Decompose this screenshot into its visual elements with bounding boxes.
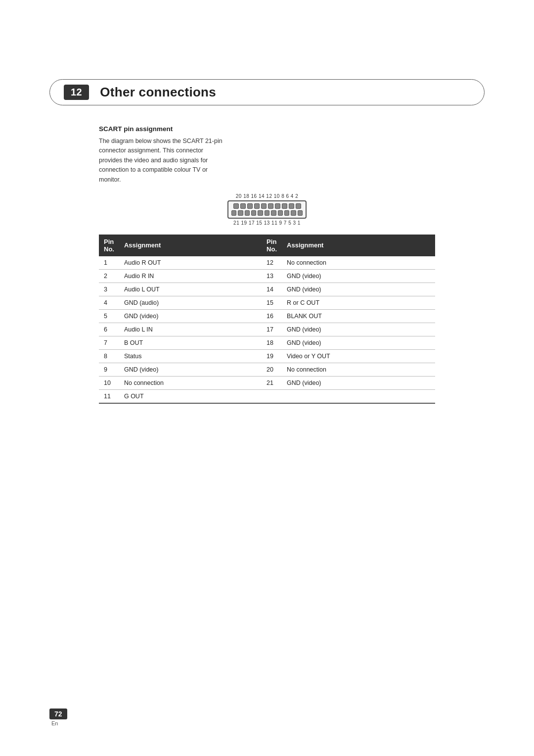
pin-num-left: 7 <box>99 336 119 349</box>
section-description: The diagram below shows the SCART 21-pin… <box>99 137 227 185</box>
table-row: 9GND (video)20No connection <box>99 363 435 376</box>
assignment-left: Audio R IN <box>119 269 262 283</box>
scart-connector <box>227 200 307 219</box>
scart-pin <box>275 203 280 209</box>
assignment-left: B OUT <box>119 336 262 349</box>
table-row: 5GND (video)16BLANK OUT <box>99 309 435 323</box>
pin-table: PinNo. Assignment PinNo. Assignment 1Aud… <box>99 235 435 404</box>
scart-pin <box>258 210 263 216</box>
scart-pin <box>282 203 287 209</box>
pin-num-left: 3 <box>99 283 119 296</box>
assignment-right: GND (video) <box>282 283 435 296</box>
table-row: 6Audio L IN17GND (video) <box>99 323 435 336</box>
pin-num-right: 20 <box>262 363 282 376</box>
assignment-right <box>282 389 435 403</box>
scart-pin <box>254 203 260 209</box>
scart-pin <box>261 203 267 209</box>
pin-num-left: 6 <box>99 323 119 336</box>
pin-num-left: 2 <box>99 269 119 283</box>
scart-top-row <box>231 203 303 209</box>
pin-num-right: 19 <box>262 349 282 363</box>
pin-num-left: 10 <box>99 376 119 389</box>
page-language: En <box>51 720 58 726</box>
pin-num-right: 13 <box>262 269 282 283</box>
col-assign1: Assignment <box>119 235 262 256</box>
scart-top-labels: 20 18 16 14 12 10 8 6 4 2 <box>236 193 299 199</box>
page-number: 72 <box>49 709 67 719</box>
table-row: 11G OUT <box>99 389 435 403</box>
table-header-row: PinNo. Assignment PinNo. Assignment <box>99 235 435 256</box>
pin-num-left: 4 <box>99 296 119 309</box>
pin-num-right: 14 <box>262 283 282 296</box>
assignment-right: Video or Y OUT <box>282 349 435 363</box>
table-row: 1Audio R OUT12No connection <box>99 256 435 270</box>
assignment-right: GND (video) <box>282 323 435 336</box>
chapter-header: 12 Other connections <box>49 79 485 105</box>
scart-diagram: 20 18 16 14 12 10 8 6 4 2 <box>99 193 435 226</box>
scart-pin <box>298 210 303 216</box>
page: 12 Other connections SCART pin assignmen… <box>0 0 534 756</box>
col-pin2: PinNo. <box>262 235 282 256</box>
assignment-left: Audio L IN <box>119 323 262 336</box>
table-row: 8Status19Video or Y OUT <box>99 349 435 363</box>
main-content: SCART pin assignment The diagram below s… <box>99 125 435 404</box>
pin-num-left: 11 <box>99 389 119 403</box>
assignment-right: R or C OUT <box>282 296 435 309</box>
scart-pin <box>245 210 250 216</box>
pin-num-left: 5 <box>99 309 119 323</box>
assignment-left: GND (video) <box>119 309 262 323</box>
scart-pin <box>289 203 294 209</box>
assignment-left: GND (audio) <box>119 296 262 309</box>
section-title: SCART pin assignment <box>99 125 435 133</box>
table-row: 7B OUT18GND (video) <box>99 336 435 349</box>
assignment-right: GND (video) <box>282 376 435 389</box>
scart-pin <box>268 203 273 209</box>
chapter-title: Other connections <box>100 85 216 100</box>
scart-pin <box>291 210 296 216</box>
scart-pin <box>231 210 236 216</box>
assignment-left: Status <box>119 349 262 363</box>
assignment-right: No connection <box>282 256 435 270</box>
col-pin1: PinNo. <box>99 235 119 256</box>
scart-bottom-row <box>231 210 303 216</box>
col-assign2: Assignment <box>282 235 435 256</box>
pin-num-left: 8 <box>99 349 119 363</box>
assignment-left: G OUT <box>119 389 262 403</box>
pin-num-right: 16 <box>262 309 282 323</box>
scart-pin <box>240 203 246 209</box>
pin-num-right: 12 <box>262 256 282 270</box>
assignment-right: GND (video) <box>282 336 435 349</box>
page-footer: 72 En <box>49 709 67 726</box>
scart-pin <box>233 203 239 209</box>
scart-bottom-labels: 21 19 17 15 13 11 9 7 5 3 1 <box>233 220 301 226</box>
scart-pin <box>284 210 289 216</box>
pin-num-left: 1 <box>99 256 119 270</box>
scart-pin <box>251 210 256 216</box>
scart-pin <box>238 210 243 216</box>
pin-num-left: 9 <box>99 363 119 376</box>
pin-num-right: 21 <box>262 376 282 389</box>
table-row: 4GND (audio)15R or C OUT <box>99 296 435 309</box>
assignment-left: Audio R OUT <box>119 256 262 270</box>
assignment-right: No connection <box>282 363 435 376</box>
assignment-right: BLANK OUT <box>282 309 435 323</box>
pin-num-right: 15 <box>262 296 282 309</box>
scart-pin <box>247 203 253 209</box>
pin-num-right <box>262 389 282 403</box>
assignment-left: Audio L OUT <box>119 283 262 296</box>
scart-pin <box>278 210 283 216</box>
assignment-right: GND (video) <box>282 269 435 283</box>
scart-pin <box>296 203 301 209</box>
table-row: 3Audio L OUT14GND (video) <box>99 283 435 296</box>
table-row: 2Audio R IN13GND (video) <box>99 269 435 283</box>
scart-pin <box>271 210 276 216</box>
pin-num-right: 18 <box>262 336 282 349</box>
assignment-left: No connection <box>119 376 262 389</box>
pin-num-right: 17 <box>262 323 282 336</box>
assignment-left: GND (video) <box>119 363 262 376</box>
chapter-number: 12 <box>64 85 89 100</box>
table-row: 10No connection21GND (video) <box>99 376 435 389</box>
scart-pin <box>265 210 269 216</box>
